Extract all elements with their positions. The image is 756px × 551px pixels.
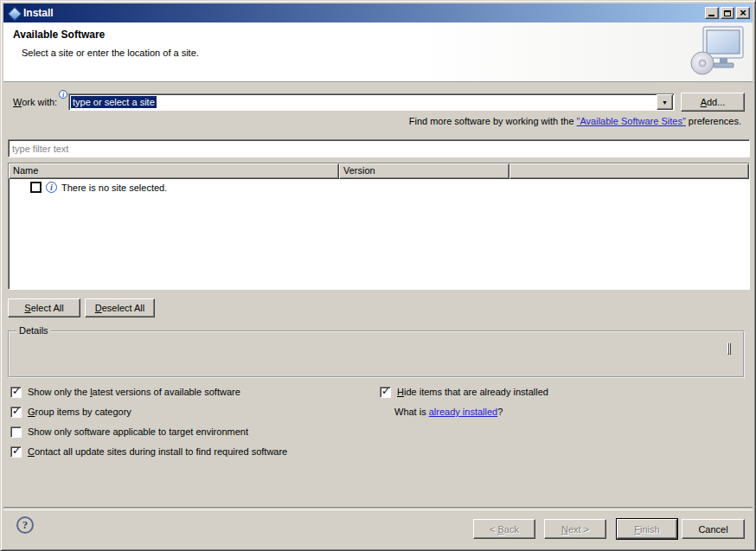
page-subtitle: Select a site or enter the location of a…: [22, 48, 199, 58]
deselect-all-button[interactable]: Deselect All: [85, 298, 155, 317]
option-label: Show only the latest versions of availab…: [28, 387, 240, 397]
checkbox[interactable]: ✓: [10, 407, 22, 418]
window-title: Install: [23, 7, 705, 19]
checkbox[interactable]: ✓: [380, 387, 391, 398]
option-group-by-category[interactable]: ✓ Group items by category: [10, 406, 131, 418]
option-label: Group items by category: [28, 407, 131, 417]
maximize-icon: [724, 10, 731, 16]
table-header: Name Version: [9, 163, 749, 179]
window-controls: ×: [705, 7, 750, 19]
help-button[interactable]: ?: [16, 516, 34, 534]
info-icon: i: [59, 90, 67, 99]
checkbox[interactable]: ✓: [10, 426, 22, 438]
next-button[interactable]: Next >: [544, 519, 606, 539]
hint-suffix: preferences.: [686, 116, 741, 126]
software-table[interactable]: Name Version i There is no site selected…: [8, 163, 750, 290]
install-software-icon: [689, 25, 746, 80]
details-label: Details: [16, 325, 51, 336]
details-resize-handle-icon[interactable]: [727, 343, 740, 354]
column-header-version[interactable]: Version: [339, 163, 509, 179]
details-group: Details: [8, 330, 745, 378]
check-icon: ✓: [12, 405, 21, 417]
help-icon: ?: [22, 518, 29, 532]
hint-prefix: Find more software by working with the: [409, 116, 577, 126]
install-dialog: Install × Available Software Select a si…: [0, 0, 756, 551]
check-icon: ✓: [12, 445, 21, 457]
option-label: Show only software applicable to target …: [28, 426, 248, 437]
filter-input[interactable]: [8, 139, 750, 157]
find-more-hint: Find more software by working with the "…: [409, 116, 741, 126]
table-row[interactable]: i There is no site selected.: [9, 179, 749, 193]
cancel-button[interactable]: Cancel: [682, 519, 745, 539]
column-header-empty[interactable]: [509, 163, 749, 179]
work-with-label: Work with:: [13, 97, 57, 107]
option-label: Hide items that are already installed: [397, 387, 548, 397]
option-applicable-to-target[interactable]: ✓ Show only software applicable to targe…: [10, 426, 248, 438]
what-is-suffix: ?: [497, 407, 503, 417]
what-is-prefix: What is: [394, 407, 429, 417]
option-hide-installed[interactable]: ✓ Hide items that are already installed: [380, 386, 548, 398]
minimize-button[interactable]: [705, 7, 719, 19]
checkbox[interactable]: ✓: [10, 387, 22, 398]
no-site-selected-message: There is no site selected.: [61, 183, 167, 193]
work-with-combo[interactable]: type or select a site ▼: [68, 93, 675, 111]
combo-selected-text: type or select a site: [71, 96, 157, 108]
option-label: Contact all update sites during install …: [28, 446, 287, 457]
finish-button[interactable]: Finish: [617, 519, 677, 539]
option-contact-update-sites[interactable]: ✓ Contact all update sites during instal…: [10, 445, 287, 458]
chevron-down-icon: ▼: [662, 99, 668, 106]
combo-dropdown-button[interactable]: ▼: [657, 94, 673, 110]
minimize-icon: [708, 15, 714, 16]
already-installed-link[interactable]: already installed: [429, 407, 498, 417]
column-header-name[interactable]: Name: [9, 163, 339, 179]
info-icon: i: [46, 182, 57, 193]
page-title: Available Software: [13, 29, 105, 41]
footer-separator: [3, 507, 753, 510]
titlebar[interactable]: Install ×: [3, 3, 753, 22]
row-checkbox[interactable]: [30, 182, 42, 193]
check-icon: ✓: [12, 385, 21, 397]
check-icon: ✓: [381, 385, 390, 397]
what-is-installed-line: What is already installed?: [394, 407, 503, 417]
dialog-body: Work with: i type or select a site ▼ Add…: [3, 82, 753, 548]
eclipse-install-diamond-icon: [8, 7, 20, 19]
back-button[interactable]: < Back: [473, 519, 535, 539]
combo-text[interactable]: type or select a site: [69, 96, 657, 108]
available-software-sites-link[interactable]: "Available Software Sites": [577, 116, 686, 126]
maximize-button[interactable]: [721, 7, 734, 19]
add-button[interactable]: Add...: [681, 93, 745, 112]
close-icon: ×: [740, 9, 746, 17]
wizard-banner: Available Software Select a site or ente…: [3, 22, 753, 82]
option-show-latest-versions[interactable]: ✓ Show only the latest versions of avail…: [10, 386, 240, 398]
close-button[interactable]: ×: [736, 7, 750, 19]
checkbox[interactable]: ✓: [10, 446, 22, 458]
select-all-button[interactable]: Select All: [8, 298, 80, 317]
